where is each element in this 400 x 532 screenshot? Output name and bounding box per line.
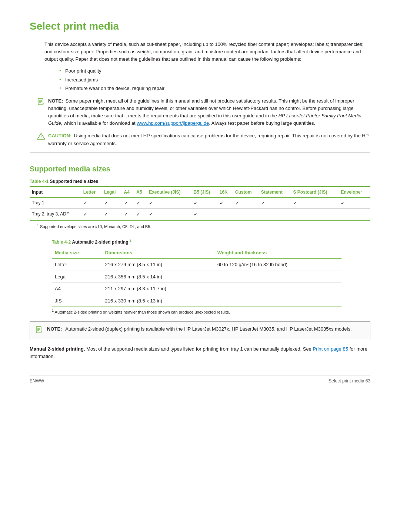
th-legal: Legal bbox=[102, 187, 122, 198]
td-tray2-input: Tray 2, tray 3, ADF bbox=[30, 209, 81, 220]
svg-point-6 bbox=[41, 138, 41, 139]
footer: ENWW Select print media 63 bbox=[30, 375, 370, 384]
td-tray2-spostcard bbox=[291, 209, 339, 220]
td2-a4-dim: 211 x 297 mm (8.3 x 11.7 in) bbox=[102, 283, 214, 295]
th-spostcard: S Postcard (JIS) bbox=[291, 187, 339, 198]
td-tray1-envelope: ✓ bbox=[339, 197, 370, 209]
manual-bold: Manual 2-sided printing. bbox=[30, 346, 85, 352]
footer-right: Select print media 63 bbox=[329, 378, 370, 384]
table2-num: Table 4-2 bbox=[52, 240, 71, 245]
td-tray2-a5: ✓ bbox=[134, 209, 147, 220]
table-row: JIS 216 x 330 mm (8.5 x 13 in) bbox=[52, 295, 341, 307]
td2-letter-weight: 60 to 120 g/m² (16 to 32 lb bond) bbox=[214, 259, 341, 271]
caution-box: CAUTION:Using media that does not meet H… bbox=[37, 132, 370, 147]
table2-footnote: 1 Automatic 2-sided printing on weights … bbox=[52, 308, 370, 315]
bullet-list: Poor print quality Increased jams Premat… bbox=[59, 67, 370, 92]
note-box-2: NOTE: Automatic 2-sided (duplex) printin… bbox=[30, 321, 370, 340]
td-tray1-spostcard: ✓ bbox=[291, 197, 339, 209]
table-row: Legal 216 x 356 mm (8.5 x 14 in) bbox=[52, 271, 341, 283]
td2-legal-size: Legal bbox=[52, 271, 102, 283]
note-1-label: NOTE: bbox=[48, 98, 63, 104]
th-input: Input bbox=[30, 187, 81, 198]
section-title-supported: Supported media sizes bbox=[30, 163, 370, 174]
print-page-link[interactable]: Print on page 85 bbox=[313, 346, 348, 352]
manual-text: Most of the supported media sizes and ty… bbox=[85, 346, 313, 352]
td-tray1-b5: ✓ bbox=[191, 197, 217, 209]
caution-text: Using media that does not meet HP specif… bbox=[48, 133, 369, 146]
table2-caption: Table 4-2 Automatic 2-sided printing 1 bbox=[52, 238, 370, 245]
th2-dim: Dimensions bbox=[102, 247, 214, 259]
caution-icon bbox=[37, 133, 45, 142]
th-statement: Statement bbox=[259, 187, 291, 198]
note-1-content: NOTE:Some paper might meet all of the gu… bbox=[48, 97, 370, 127]
td2-a4-size: A4 bbox=[52, 283, 102, 295]
th2-weight: Weight and thickness bbox=[214, 247, 341, 259]
th-a4: A4 bbox=[122, 187, 134, 198]
th-a5: A5 bbox=[134, 187, 147, 198]
td-tray2-executive: ✓ bbox=[147, 209, 191, 220]
table1-header-row: Input Letter Legal A4 A5 Executive (JIS)… bbox=[30, 187, 370, 198]
note-box-1: NOTE:Some paper might meet all of the gu… bbox=[37, 97, 370, 127]
note-2-label: NOTE: bbox=[47, 326, 62, 332]
divider-1 bbox=[30, 153, 370, 153]
th2-size: Media size bbox=[52, 247, 102, 259]
page-title: Select print media bbox=[30, 19, 370, 34]
th-letter: Letter bbox=[81, 187, 102, 198]
td-tray1-a5: ✓ bbox=[134, 197, 147, 209]
td-tray2-legal: ✓ bbox=[102, 209, 122, 220]
table1-title: Supported media sizes bbox=[50, 179, 98, 184]
bullet-item-1: Poor print quality bbox=[59, 67, 370, 75]
td-tray2-b5: ✓ bbox=[191, 209, 217, 220]
td-tray1-custom: ✓ bbox=[233, 197, 259, 209]
bullet-item-3: Premature wear on the device, requiring … bbox=[59, 85, 370, 92]
th-envelope: Envelope¹ bbox=[339, 187, 370, 198]
td2-jis-weight bbox=[214, 295, 341, 307]
media-sizes-table: Input Letter Legal A4 A5 Executive (JIS)… bbox=[30, 186, 370, 221]
table-row: Tray 1 ✓ ✓ ✓ ✓ ✓ ✓ ✓ ✓ ✓ ✓ ✓ bbox=[30, 197, 370, 209]
auto-print-table: Media size Dimensions Weight and thickne… bbox=[52, 247, 341, 307]
th-b5: B5 (JIS) bbox=[191, 187, 217, 198]
td-tray2-statement bbox=[259, 209, 291, 220]
td-tray1-input: Tray 1 bbox=[30, 197, 81, 209]
td-tray2-envelope bbox=[339, 209, 370, 220]
bullet-item-2: Increased jams bbox=[59, 76, 370, 84]
table2-header-row: Media size Dimensions Weight and thickne… bbox=[52, 247, 341, 259]
td-tray1-executive: ✓ bbox=[147, 197, 191, 209]
th-custom: Custom bbox=[233, 187, 259, 198]
td-tray2-letter: ✓ bbox=[81, 209, 102, 220]
td-tray1-a4: ✓ bbox=[122, 197, 134, 209]
td2-jis-size: JIS bbox=[52, 295, 102, 307]
table-row: Tray 2, tray 3, ADF ✓ ✓ ✓ ✓ ✓ ✓ bbox=[30, 209, 370, 220]
footer-left: ENWW bbox=[30, 378, 44, 384]
table-row: A4 211 x 297 mm (8.3 x 11.7 in) bbox=[52, 283, 341, 295]
td-tray2-a4: ✓ bbox=[122, 209, 134, 220]
note-icon bbox=[37, 98, 45, 108]
caution-content: CAUTION:Using media that does not meet H… bbox=[48, 132, 370, 147]
td-tray2-custom bbox=[233, 209, 259, 220]
table-row: Letter 216 x 279 mm (8.5 x 11 in) 60 to … bbox=[52, 259, 341, 271]
td2-a4-weight bbox=[214, 283, 341, 295]
note-icon-2 bbox=[35, 326, 43, 336]
td2-letter-size: Letter bbox=[52, 259, 102, 271]
td-tray1-legal: ✓ bbox=[102, 197, 122, 209]
td2-legal-weight bbox=[214, 271, 341, 283]
td-tray1-statement: ✓ bbox=[259, 197, 291, 209]
note-1-text3: . Always test paper before buying large … bbox=[209, 120, 315, 126]
td-tray2-16k bbox=[217, 209, 233, 220]
table1-footnote: 1 Supported envelope sizes are #10, Mona… bbox=[37, 223, 370, 230]
th-16k: 16K bbox=[217, 187, 233, 198]
th-executive: Executive (JIS) bbox=[147, 187, 191, 198]
note-1-text2: , which is available for download at bbox=[61, 120, 137, 126]
note-2-text: Automatic 2-sided (duplex) printing is a… bbox=[65, 326, 351, 332]
caution-label: CAUTION: bbox=[48, 133, 72, 138]
td-tray1-letter: ✓ bbox=[81, 197, 102, 209]
table1-num: Table 4-1 bbox=[30, 179, 49, 184]
table1-caption: Table 4-1 Supported media sizes bbox=[30, 178, 370, 185]
td-tray1-16k: ✓ bbox=[217, 197, 233, 209]
note-2-content: NOTE: Automatic 2-sided (duplex) printin… bbox=[47, 325, 352, 333]
td2-legal-dim: 216 x 356 mm (8.5 x 14 in) bbox=[102, 271, 214, 283]
hp-support-link[interactable]: www.hp.com/support/ljpaperguide bbox=[137, 120, 209, 126]
table2-title: Automatic 2-sided printing bbox=[72, 240, 128, 245]
td2-jis-dim: 216 x 330 mm (8.5 x 13 in) bbox=[102, 295, 214, 307]
intro-paragraph: This device accepts a variety of media, … bbox=[44, 41, 370, 63]
